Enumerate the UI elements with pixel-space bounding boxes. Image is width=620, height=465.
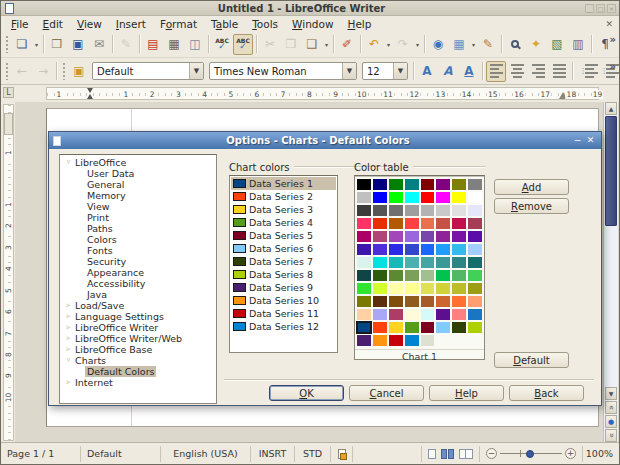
menu-table[interactable]: Table: [204, 18, 245, 30]
format-paintbrush-button[interactable]: ✐: [337, 34, 357, 55]
tree-item-charts[interactable]: ▿Charts: [60, 355, 216, 366]
font-size-combobox[interactable]: 12 ▼: [362, 62, 408, 80]
save-button[interactable]: ▣: [68, 34, 88, 55]
tree-item-memory[interactable]: Memory: [60, 190, 216, 201]
chart-color-row[interactable]: Data Series 8: [231, 268, 336, 281]
chevron-down-icon[interactable]: ▼: [189, 63, 203, 79]
color-swatch[interactable]: [357, 296, 371, 307]
vertical-ruler[interactable]: 112345678910: [3, 104, 14, 441]
color-swatch[interactable]: [452, 270, 466, 281]
page-style-field[interactable]: Default: [81, 446, 161, 462]
close-icon[interactable]: ×: [607, 4, 616, 13]
color-swatch[interactable]: [389, 322, 403, 333]
expander-closed-icon[interactable]: ▹: [64, 311, 73, 322]
color-swatch[interactable]: [436, 322, 450, 333]
chevron-down-icon[interactable]: ▼: [342, 63, 356, 79]
help-button[interactable]: Help: [429, 385, 504, 401]
dialog-minimize-icon[interactable]: −: [571, 135, 584, 147]
color-swatch[interactable]: [421, 283, 435, 294]
color-swatch[interactable]: [357, 270, 371, 281]
color-swatch[interactable]: [405, 335, 419, 346]
tree-item-java[interactable]: Java: [60, 289, 216, 300]
scroll-down-icon[interactable]: ▼: [605, 387, 617, 400]
align-center-button[interactable]: [507, 61, 527, 82]
color-swatch[interactable]: [421, 270, 435, 281]
data-sources-button[interactable]: ▥: [568, 34, 588, 55]
chart-color-row[interactable]: Data Series 1: [231, 177, 336, 190]
chart-color-row[interactable]: Data Series 6: [231, 242, 336, 255]
new-document-button[interactable]: ❏: [12, 34, 32, 55]
font-name-combobox[interactable]: Times New Roman ▼: [209, 62, 357, 80]
send-email-button[interactable]: ✉: [89, 34, 109, 55]
zoom-slider-track[interactable]: [500, 448, 562, 459]
underline-button[interactable]: A: [459, 61, 479, 82]
color-swatch[interactable]: [468, 257, 482, 268]
color-swatch[interactable]: [421, 179, 435, 190]
color-swatch[interactable]: [452, 283, 466, 294]
tree-item-libreoffice-writer-web[interactable]: ▹LibreOffice Writer/Web: [60, 333, 216, 344]
tree-item-language-settings[interactable]: ▹Language Settings: [60, 311, 216, 322]
color-swatch[interactable]: [452, 218, 466, 229]
color-swatch[interactable]: [468, 283, 482, 294]
chart-color-row[interactable]: Data Series 4: [231, 216, 336, 229]
title-bar[interactable]: Untitled 1 - LibreOffice Writer _ □ ×: [1, 1, 619, 16]
options-category-tree[interactable]: ▿LibreOfficeUser DataGeneralMemoryViewPr…: [59, 154, 217, 404]
color-swatch[interactable]: [421, 192, 435, 203]
menu-file[interactable]: File: [4, 18, 36, 30]
undo-button[interactable]: ↶: [364, 34, 384, 55]
paragraph-style-value[interactable]: Default: [93, 66, 189, 77]
tree-item-libreoffice[interactable]: ▿LibreOffice: [60, 157, 216, 168]
chart-color-row[interactable]: Data Series 5: [231, 229, 336, 242]
single-page-view-icon[interactable]: [428, 449, 436, 459]
multi-page-view-icon[interactable]: [441, 449, 454, 459]
page-preview-button[interactable]: ◫: [185, 34, 205, 55]
color-swatch[interactable]: [452, 322, 466, 333]
close-document-icon[interactable]: ✕: [605, 19, 613, 29]
paste-dropdown-icon[interactable]: ▾: [323, 41, 330, 48]
color-swatch[interactable]: [373, 309, 387, 320]
chart-color-row[interactable]: Data Series 9: [231, 281, 336, 294]
color-swatch[interactable]: [436, 192, 450, 203]
color-swatch[interactable]: [373, 231, 387, 242]
redo-dropdown-icon[interactable]: ▾: [414, 41, 421, 48]
auto-spellcheck-button[interactable]: ABC✓: [233, 34, 253, 55]
numbered-list-button[interactable]: [576, 61, 596, 82]
chevron-down-icon[interactable]: ▼: [393, 63, 407, 79]
color-swatch[interactable]: [405, 244, 419, 255]
color-swatch[interactable]: [436, 309, 450, 320]
color-swatch[interactable]: [373, 205, 387, 216]
zoom-button[interactable]: [616, 34, 619, 55]
tree-item-user-data[interactable]: User Data: [60, 168, 216, 179]
cancel-button[interactable]: Cancel: [349, 385, 424, 401]
next-page-button[interactable]: »: [605, 429, 617, 442]
tree-item-general[interactable]: General: [60, 179, 216, 190]
color-swatch[interactable]: [421, 244, 435, 255]
color-swatch[interactable]: [436, 270, 450, 281]
page-count-field[interactable]: Page 1 / 1: [1, 446, 81, 462]
color-swatch[interactable]: [357, 309, 371, 320]
document-modified-field[interactable]: [331, 446, 353, 462]
chart-color-row[interactable]: Data Series 11: [231, 307, 336, 320]
navigation-button[interactable]: ●: [605, 415, 617, 428]
expander-closed-icon[interactable]: ▹: [64, 344, 73, 355]
color-swatch[interactable]: [452, 309, 466, 320]
color-swatch[interactable]: [405, 296, 419, 307]
back-button[interactable]: Back: [509, 385, 584, 401]
color-swatch[interactable]: [421, 205, 435, 216]
color-swatch[interactable]: [389, 179, 403, 190]
menu-insert[interactable]: Insert: [109, 18, 153, 30]
color-swatch[interactable]: [405, 270, 419, 281]
paste-button[interactable]: ❑: [302, 34, 322, 55]
color-swatch[interactable]: [389, 257, 403, 268]
color-swatch[interactable]: [373, 244, 387, 255]
color-swatch[interactable]: [373, 335, 387, 346]
navigator-button[interactable]: ✦: [526, 34, 546, 55]
color-swatch[interactable]: [389, 218, 403, 229]
color-swatch[interactable]: [389, 335, 403, 346]
toolbar-grip[interactable]: [62, 62, 66, 80]
top-margin-marker[interactable]: [4, 113, 13, 135]
tree-item-libreoffice-base[interactable]: ▹LibreOffice Base: [60, 344, 216, 355]
chart-color-row[interactable]: Data Series 2: [231, 190, 336, 203]
add-button[interactable]: Add: [494, 179, 569, 195]
color-swatch[interactable]: [436, 283, 450, 294]
